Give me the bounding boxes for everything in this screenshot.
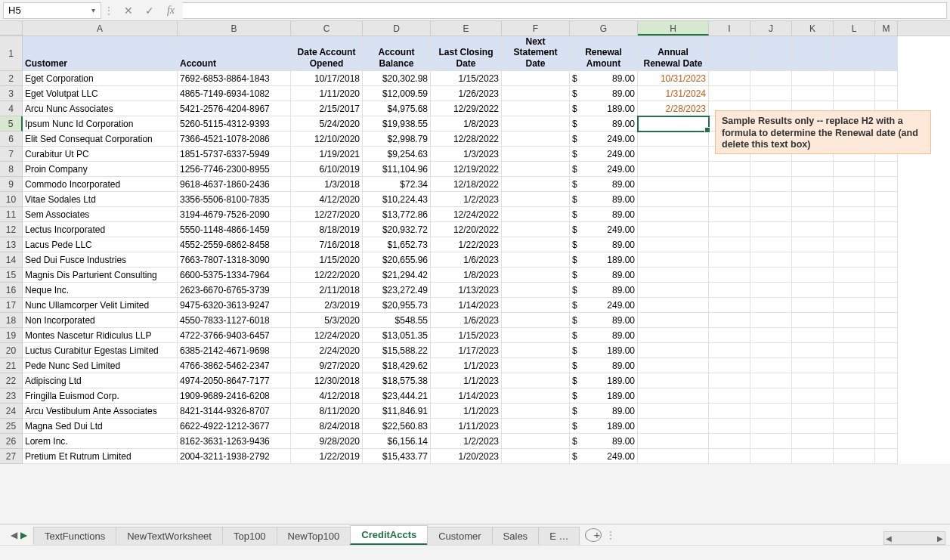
cell-I19[interactable] xyxy=(709,328,750,343)
cell-H9[interactable] xyxy=(638,177,709,192)
scroll-left-icon[interactable]: ◀ xyxy=(886,534,892,543)
row-header-10[interactable]: 10 xyxy=(0,192,23,207)
cell-F5[interactable] xyxy=(502,116,570,131)
cell-B24[interactable]: 8421-3144-9326-8707 xyxy=(178,404,291,419)
cell-B26[interactable]: 8162-3631-1263-9436 xyxy=(178,434,291,449)
cell-D10[interactable]: $10,224.43 xyxy=(363,192,431,207)
cell-F17[interactable] xyxy=(502,298,570,313)
col-header-J[interactable]: J xyxy=(750,21,792,36)
cell-A16[interactable]: Neque Inc. xyxy=(23,283,178,298)
cell-J15[interactable] xyxy=(750,268,792,283)
cell-A23[interactable]: Fringilla Euismod Corp. xyxy=(23,388,178,404)
cell-A5[interactable]: Ipsum Nunc Id Corporation xyxy=(23,116,178,131)
cell-D27[interactable]: $15,433.77 xyxy=(363,449,431,464)
cell-B4[interactable]: 5421-2576-4204-8967 xyxy=(178,101,291,116)
cell-M21[interactable] xyxy=(875,358,898,373)
cell-D12[interactable]: $20,932.72 xyxy=(363,222,431,237)
cell-F15[interactable] xyxy=(502,268,570,283)
cell-H6[interactable] xyxy=(638,131,709,147)
row-header-3[interactable]: 3 xyxy=(0,86,23,101)
cell-A13[interactable]: Lacus Pede LLC xyxy=(23,237,178,252)
col-header-D[interactable]: D xyxy=(363,21,431,36)
row-header-25[interactable]: 25 xyxy=(0,419,23,434)
cell-A9[interactable]: Commodo Incorporated xyxy=(23,177,178,192)
cell-L18[interactable] xyxy=(834,313,875,328)
row-header-14[interactable]: 14 xyxy=(0,252,23,268)
cell-D21[interactable]: $18,429.62 xyxy=(363,358,431,373)
cell-M25[interactable] xyxy=(875,419,898,434)
cell-E21[interactable]: 1/1/2023 xyxy=(431,358,502,373)
cell-K22[interactable] xyxy=(792,373,834,388)
cell-M20[interactable] xyxy=(875,343,898,358)
row-header-23[interactable]: 23 xyxy=(0,388,23,404)
cell-H10[interactable] xyxy=(638,192,709,207)
cell-L15[interactable] xyxy=(834,268,875,283)
cell-J24[interactable] xyxy=(750,404,792,419)
cell-G11[interactable]: $89.00 xyxy=(570,207,638,222)
cell-G15[interactable]: $89.00 xyxy=(570,268,638,283)
cell-H25[interactable] xyxy=(638,419,709,434)
cell-L22[interactable] xyxy=(834,373,875,388)
cell-C27[interactable]: 1/22/2019 xyxy=(291,449,363,464)
cell-E3[interactable]: 1/26/2023 xyxy=(431,86,502,101)
cell-B25[interactable]: 6622-4922-1212-3677 xyxy=(178,419,291,434)
cell-I16[interactable] xyxy=(709,283,750,298)
cell-A26[interactable]: Lorem Inc. xyxy=(23,434,178,449)
row-header-2[interactable]: 2 xyxy=(0,71,23,86)
col-header-C[interactable]: C xyxy=(291,21,363,36)
cell-H5[interactable] xyxy=(638,116,709,131)
cell-B20[interactable]: 6385-2142-4671-9698 xyxy=(178,343,291,358)
col-header-H[interactable]: H xyxy=(638,21,709,36)
cell-B21[interactable]: 4766-3862-5462-2347 xyxy=(178,358,291,373)
cell-G17[interactable]: $249.00 xyxy=(570,298,638,313)
col-header-E[interactable]: E xyxy=(431,21,502,36)
cell-H8[interactable] xyxy=(638,162,709,177)
cell-A20[interactable]: Luctus Curabitur Egestas Limited xyxy=(23,343,178,358)
note-textbox[interactable]: Sample Results only -- replace H2 with a… xyxy=(715,110,931,154)
cell-L11[interactable] xyxy=(834,207,875,222)
row-header-5[interactable]: 5 xyxy=(0,116,23,131)
cell-H24[interactable] xyxy=(638,404,709,419)
cell-K14[interactable] xyxy=(792,252,834,268)
cell-A15[interactable]: Magnis Dis Parturient Consulting xyxy=(23,268,178,283)
cell-A3[interactable]: Eget Volutpat LLC xyxy=(23,86,178,101)
cell-I13[interactable] xyxy=(709,237,750,252)
cell-F12[interactable] xyxy=(502,222,570,237)
cell-G18[interactable]: $89.00 xyxy=(570,313,638,328)
cell-C20[interactable]: 2/24/2020 xyxy=(291,343,363,358)
cell-A21[interactable]: Pede Nunc Sed Limited xyxy=(23,358,178,373)
cell-L2[interactable] xyxy=(834,71,875,86)
cell-K16[interactable] xyxy=(792,283,834,298)
cell-F26[interactable] xyxy=(502,434,570,449)
cell-D4[interactable]: $4,975.68 xyxy=(363,101,431,116)
cell-M11[interactable] xyxy=(875,207,898,222)
header-cell-H[interactable]: Annual Renewal Date xyxy=(638,36,709,71)
cell-J12[interactable] xyxy=(750,222,792,237)
row-header-13[interactable]: 13 xyxy=(0,237,23,252)
header-cell-D[interactable]: Account Balance xyxy=(363,36,431,71)
cell-K24[interactable] xyxy=(792,404,834,419)
cell-E19[interactable]: 1/15/2023 xyxy=(431,328,502,343)
cell-I25[interactable] xyxy=(709,419,750,434)
cell-K23[interactable] xyxy=(792,388,834,404)
cell-B9[interactable]: 9618-4637-1860-2436 xyxy=(178,177,291,192)
cell-F25[interactable] xyxy=(502,419,570,434)
cell-M24[interactable] xyxy=(875,404,898,419)
cell-L21[interactable] xyxy=(834,358,875,373)
cell-M2[interactable] xyxy=(875,71,898,86)
cell-G3[interactable]: $89.00 xyxy=(570,86,638,101)
cell-M14[interactable] xyxy=(875,252,898,268)
cell-B16[interactable]: 2623-6670-6765-3739 xyxy=(178,283,291,298)
cell-G5[interactable]: $89.00 xyxy=(570,116,638,131)
cell-G24[interactable]: $89.00 xyxy=(570,404,638,419)
cell-G7[interactable]: $249.00 xyxy=(570,147,638,162)
cell-M3[interactable] xyxy=(875,86,898,101)
cell-M18[interactable] xyxy=(875,313,898,328)
row-header-7[interactable]: 7 xyxy=(0,147,23,162)
cell-I11[interactable] xyxy=(709,207,750,222)
add-sheet-button[interactable]: + xyxy=(585,528,602,542)
cell-H11[interactable] xyxy=(638,207,709,222)
cell-D18[interactable]: $548.55 xyxy=(363,313,431,328)
sheet-tab-textfunctions[interactable]: TextFunctions xyxy=(33,527,116,545)
row-header-6[interactable]: 6 xyxy=(0,131,23,147)
